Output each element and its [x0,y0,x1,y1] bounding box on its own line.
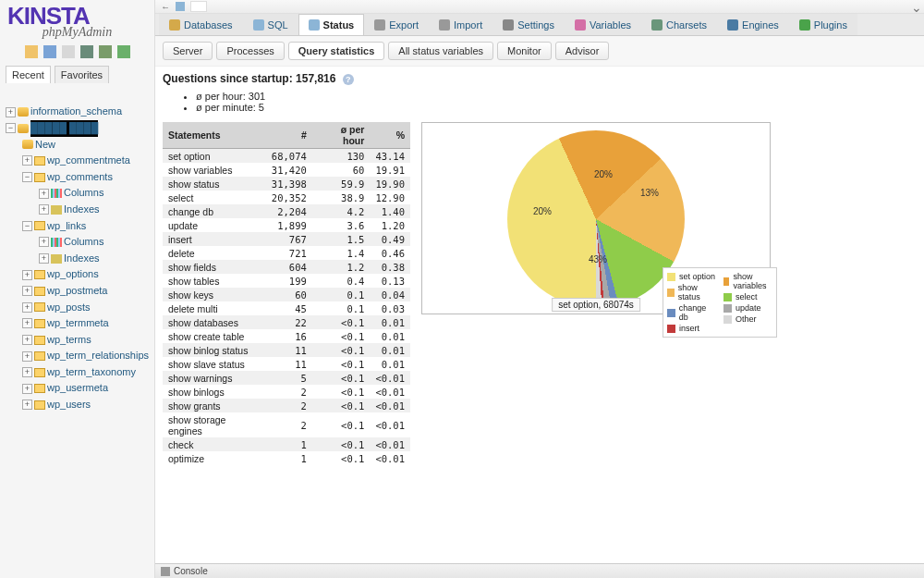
tree-item[interactable]: +wp_postmeta [4,283,151,300]
cell: show storage engines [163,412,266,437]
cell: 0.03 [370,301,410,315]
cell: 2 [266,385,312,399]
col-header[interactable]: Statements [163,122,266,149]
sql-icon[interactable] [62,45,75,58]
expand-icon[interactable]: + [22,367,32,377]
docs-icon[interactable] [80,45,93,58]
db-icon [22,140,33,149]
cell: 0.13 [370,274,410,288]
cell: 0.49 [370,232,410,246]
col-header[interactable]: ø per hour [312,122,371,149]
tree-label: wp_users [47,397,91,413]
expand-icon[interactable]: + [22,400,32,410]
tab-databases[interactable]: Databases [159,14,243,35]
exit-icon[interactable] [43,45,56,58]
tree-item[interactable]: +Indexes [4,202,151,218]
tab-status[interactable]: Status [298,14,365,35]
tree-item[interactable]: New [4,137,151,154]
brand-logo: KINSTA [7,6,147,27]
subtab-all-status-variables[interactable]: All status variables [388,42,493,60]
expand-icon[interactable]: + [22,318,32,328]
reload-icon[interactable] [117,45,130,58]
tree-item[interactable]: −wp_comments [4,169,151,186]
console-bar[interactable]: Console [155,563,924,578]
tree-item[interactable]: +wp_commentmeta [4,153,151,169]
col-header[interactable]: # [266,122,312,149]
tree-item[interactable]: +wp_term_relationships [4,348,151,364]
expand-icon[interactable]: + [39,204,49,215]
table-row: show binlog status11<0.10.01 [163,343,410,357]
tab-recent[interactable]: Recent [6,66,51,83]
subtab-query-statistics[interactable]: Query statistics [288,42,385,60]
subtab-monitor[interactable]: Monitor [497,42,552,60]
cell: 2,204 [266,204,312,218]
tab-variables[interactable]: Variables [565,14,641,35]
cell: show slave status [163,357,266,371]
tree-label: New [35,137,55,154]
nav-back-icon[interactable]: ← [161,2,170,12]
tree-item[interactable]: +wp_term_taxonomy [4,364,151,381]
sub-tabs: ServerProcessesQuery statisticsAll statu… [155,36,924,67]
legend-label: insert [679,324,699,333]
expand-icon[interactable]: + [6,107,16,117]
expand-icon[interactable]: + [39,253,49,264]
expand-icon[interactable]: + [22,155,32,166]
expand-icon[interactable]: + [22,351,32,362]
tb-icon [34,173,45,182]
server-icon[interactable] [176,2,185,11]
questions-bullets: ø per hour: 301ø per minute: 5 [163,89,917,118]
tree-item[interactable]: −wp_links [4,218,151,235]
tab-favorites[interactable]: Favorites [55,66,109,83]
tab-import[interactable]: Import [429,14,492,35]
expand-icon[interactable]: − [22,172,32,182]
tree-item[interactable]: +Indexes [4,251,151,267]
tab-icon [503,19,514,31]
tab-charsets[interactable]: Charsets [641,14,717,35]
collapse-icon[interactable]: ⌄ [911,0,922,15]
expand-icon[interactable]: + [39,189,49,199]
table-row: show grants2<0.1<0.01 [163,399,410,412]
tab-settings[interactable]: Settings [492,14,565,35]
tab-engines[interactable]: Engines [717,14,789,35]
subtab-advisor[interactable]: Advisor [555,42,610,60]
cell: <0.1 [312,343,371,357]
tab-plugins[interactable]: Plugins [789,14,857,35]
tab-export[interactable]: Export [364,14,429,35]
subtab-processes[interactable]: Processes [216,42,284,60]
tree-item[interactable]: +information_schema [4,104,151,120]
tab-sql[interactable]: SQL [243,14,298,35]
tree-item[interactable]: +wp_posts [4,300,151,316]
cell: 1.40 [370,204,410,218]
tree-item[interactable]: +wp_termmeta [4,315,151,332]
expand-icon[interactable]: − [6,123,16,133]
sidebar-tabs: Recent Favorites [0,62,154,83]
tree-item[interactable]: −█████ ████ [4,120,151,137]
cell: 199 [266,274,312,288]
swatch-icon [723,304,732,313]
expand-icon[interactable]: + [22,270,32,280]
expand-icon[interactable]: − [22,221,32,231]
logo-area: KINSTA phpMyAdmin [0,0,154,42]
cell: 1.4 [312,246,371,260]
tree-item[interactable]: +wp_terms [4,332,151,349]
gear-icon[interactable] [99,45,112,58]
cell: update [163,218,266,232]
expand-icon[interactable]: + [39,237,49,247]
help-icon[interactable]: ? [343,74,354,85]
expand-icon[interactable]: + [22,286,32,296]
breadcrumb-item[interactable] [190,1,207,12]
subtab-server[interactable]: Server [163,42,213,60]
tree-item[interactable]: +wp_users [4,397,151,413]
tree-item[interactable]: +Columns [4,234,151,251]
tab-icon [309,19,320,31]
col-header[interactable]: % [370,122,410,149]
tree-item[interactable]: +Columns [4,185,151,202]
cell: 0.01 [370,315,410,329]
expand-icon[interactable]: + [22,335,32,345]
tree-item[interactable]: +wp_options [4,266,151,283]
home-icon[interactable] [25,45,38,58]
legend-item: show variables [723,272,772,290]
tree-item[interactable]: +wp_usermeta [4,380,151,397]
expand-icon[interactable]: + [22,384,32,394]
expand-icon[interactable]: + [22,302,32,313]
